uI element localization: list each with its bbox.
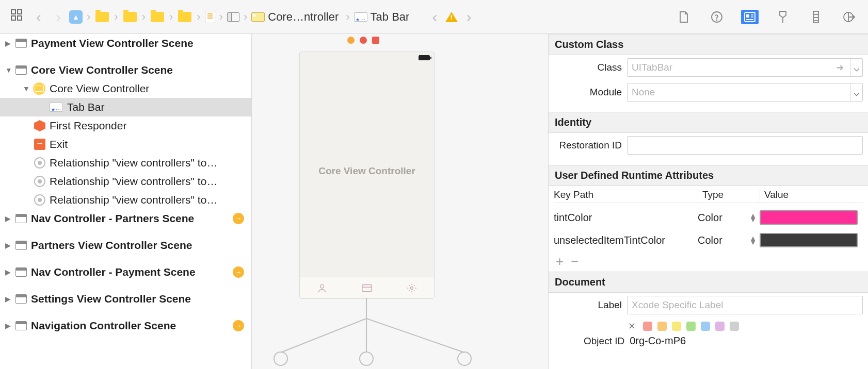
device-preview[interactable]: Core View Controller	[299, 52, 435, 299]
doc-label-field[interactable]: Xcode Specific Label	[627, 296, 863, 314]
scene-settings-vc[interactable]: ▶ Settings View Controller Scene	[0, 290, 251, 308]
gear-icon	[407, 283, 417, 293]
breadcrumb-tab-bar[interactable]: Tab Bar	[354, 10, 413, 24]
breadcrumb-core-controller[interactable]: Core…ntroller	[251, 10, 342, 24]
nav-forward-button[interactable]: ›	[50, 8, 67, 26]
label-chip-orange[interactable]	[657, 322, 667, 331]
chevron-right-icon: ›	[85, 10, 92, 24]
label-chip-blue[interactable]	[701, 322, 710, 331]
connections-inspector-tab[interactable]	[840, 10, 858, 24]
first-responder-icon	[34, 120, 45, 131]
label-chip-red[interactable]	[643, 322, 652, 331]
udra-type[interactable]: Color	[698, 212, 722, 224]
inspector-tab-bar	[675, 10, 863, 24]
col-keypath[interactable]: Key Path	[554, 189, 698, 203]
segue-icon	[34, 176, 45, 187]
breadcrumb-project[interactable]: ▲	[69, 10, 83, 24]
breadcrumb-storyboard-file[interactable]	[205, 11, 215, 23]
identity-inspector-tab[interactable]	[741, 10, 759, 24]
relationship-segue-2[interactable]: Relationship "view controllers" to…	[0, 172, 251, 191]
file-inspector-tab[interactable]	[675, 10, 693, 24]
history-back-button[interactable]: ‹	[426, 8, 443, 26]
scene-dot-icon[interactable]	[347, 37, 355, 44]
udra-keypath[interactable]: unselectedItemTintColor	[554, 234, 698, 246]
disclosure-triangle-icon[interactable]: ▶	[5, 322, 11, 330]
exit-icon	[34, 139, 45, 150]
related-items-icon[interactable]	[5, 9, 28, 25]
label-chip-yellow[interactable]	[672, 322, 681, 331]
interface-builder-canvas[interactable]: Core View Controller	[252, 34, 548, 369]
add-attribute-button[interactable]: +	[556, 254, 564, 270]
core-view-controller[interactable]: ▼ Core View Controller	[0, 79, 251, 98]
breadcrumb-folder-3[interactable]	[150, 12, 165, 22]
stepper-icon[interactable]: ▲▼	[749, 236, 760, 244]
col-value[interactable]: Value	[760, 189, 863, 203]
udra-keypath[interactable]: tintColor	[554, 212, 698, 224]
col-type[interactable]: Type	[698, 189, 760, 203]
label-chip-green[interactable]	[686, 322, 696, 331]
doc-label-label: Label	[554, 299, 622, 311]
relationship-segue-3[interactable]: Relationship "view controllers" to…	[0, 191, 251, 209]
scene-icon	[15, 267, 27, 277]
history-forward-button[interactable]: ›	[460, 8, 477, 26]
scene-core-vc[interactable]: ▼ Core View Controller Scene	[0, 61, 251, 79]
scene-nav-payment[interactable]: ▶ Nav Controller - Payment Scene →	[0, 263, 251, 281]
udra-column-headers: Key Path Type Value	[549, 186, 868, 206]
segue-icon	[34, 194, 45, 206]
disclosure-triangle-icon[interactable]: ▼	[23, 85, 29, 93]
breadcrumb-folder-2[interactable]	[122, 12, 138, 22]
stepper-icon[interactable]: ▲▼	[749, 213, 760, 222]
size-inspector-tab[interactable]	[807, 10, 825, 24]
chevron-down-icon[interactable]: ⌵	[850, 83, 862, 101]
warning-icon[interactable]	[445, 12, 458, 22]
chevron-down-icon[interactable]: ⌵	[850, 59, 862, 76]
disclosure-triangle-icon[interactable]: ▶	[5, 268, 11, 276]
scene-label: Payment View Controller Scene	[31, 37, 194, 49]
breadcrumb-storyboard-scene[interactable]	[227, 12, 239, 22]
udra-type[interactable]: Color	[698, 234, 722, 246]
chevron-right-icon: ›	[217, 10, 225, 24]
remove-attribute-button[interactable]: −	[571, 254, 578, 270]
scene-label: Partners View Controller Scene	[31, 239, 192, 251]
item-label: Exit	[50, 138, 68, 150]
color-swatch-dark[interactable]	[760, 233, 858, 247]
scene-dot-icon[interactable]	[372, 37, 379, 44]
scene-partners-vc[interactable]: ▶ Partners View Controller Scene	[0, 236, 251, 255]
svg-rect-0	[11, 10, 15, 14]
disclosure-triangle-icon[interactable]: ▼	[5, 66, 11, 74]
storyboard-entry-icon: →	[233, 213, 244, 224]
help-inspector-tab[interactable]	[708, 10, 726, 24]
scene-icon	[15, 65, 27, 75]
exit-item[interactable]: Exit	[0, 135, 251, 154]
tab-bar-item[interactable]: Tab Bar	[0, 98, 251, 116]
arrow-right-icon[interactable]: ➜	[836, 62, 844, 73]
disclosure-triangle-icon[interactable]: ▶	[5, 295, 11, 303]
nav-back-button[interactable]: ‹	[30, 8, 47, 26]
disclosure-triangle-icon[interactable]: ▶	[5, 241, 11, 249]
attributes-inspector-tab[interactable]	[774, 10, 792, 24]
svg-rect-1	[18, 10, 22, 14]
class-field[interactable]: UITabBar ➜ ⌵	[627, 58, 863, 77]
restoration-id-field[interactable]	[627, 136, 863, 155]
scene-navigation-controller[interactable]: ▶ Navigation Controller Scene →	[0, 316, 251, 335]
scene-payment-vc[interactable]: ▶ Payment View Controller Scene	[0, 34, 251, 53]
chevron-right-icon: ›	[242, 10, 249, 24]
relationship-segue-1[interactable]: Relationship "view controllers" to…	[0, 154, 251, 172]
tab-bar-icon	[50, 103, 63, 112]
module-field[interactable]: None ⌵	[627, 83, 863, 102]
udra-row-tintcolor[interactable]: tintColor Color▲▼	[549, 206, 868, 229]
disclosure-triangle-icon[interactable]: ▶	[5, 214, 11, 223]
breadcrumb-folder-4[interactable]	[177, 12, 192, 22]
breadcrumb-folder-1[interactable]	[94, 12, 110, 22]
disclosure-triangle-icon[interactable]: ▶	[5, 39, 11, 47]
clear-label-button[interactable]: ✕	[628, 321, 638, 332]
scene-dot-icon[interactable]	[360, 37, 367, 44]
svg-rect-2	[11, 16, 15, 20]
first-responder-item[interactable]: First Responder	[0, 116, 251, 135]
label-chip-gray[interactable]	[730, 322, 739, 331]
udra-row-unselected[interactable]: unselectedItemTintColor Color▲▼	[549, 229, 868, 251]
battery-icon	[419, 55, 430, 60]
label-chip-purple[interactable]	[715, 322, 725, 331]
color-swatch-pink[interactable]	[760, 210, 858, 225]
scene-nav-partners[interactable]: ▶ Nav Controller - Partners Scene →	[0, 209, 251, 228]
